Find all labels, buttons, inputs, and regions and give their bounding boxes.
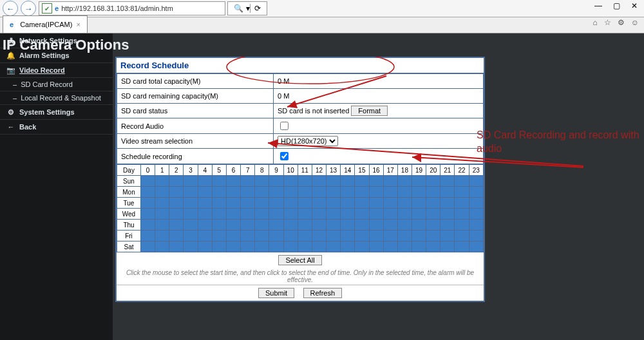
schedule-cell[interactable] [241, 198, 255, 209]
schedule-cell[interactable] [469, 231, 483, 241]
schedule-cell[interactable] [269, 241, 283, 252]
schedule-cell[interactable] [298, 220, 312, 231]
schedule-cell[interactable] [369, 198, 383, 209]
schedule-cell[interactable] [141, 176, 155, 187]
schedule-cell[interactable] [327, 198, 341, 209]
schedule-cell[interactable] [298, 209, 312, 220]
schedule-cell[interactable] [327, 241, 341, 252]
schedule-cell[interactable] [198, 198, 212, 209]
video-stream-select[interactable]: HD(1280x720) [278, 136, 338, 146]
schedule-cell[interactable] [440, 187, 455, 198]
search-box[interactable]: 🔍 ▾ ⟳ [227, 1, 267, 15]
schedule-cell[interactable] [355, 209, 369, 220]
schedule-cell[interactable] [440, 209, 455, 220]
schedule-cell[interactable] [155, 209, 169, 220]
schedule-cell[interactable] [212, 198, 226, 209]
schedule-cell[interactable] [355, 187, 369, 198]
schedule-cell[interactable] [283, 209, 298, 220]
schedule-cell[interactable] [426, 220, 440, 231]
checkbox-schedule-recording[interactable] [280, 152, 289, 160]
sidebar-item-video-record[interactable]: 📷Video Record [0, 63, 113, 78]
schedule-cell[interactable] [241, 231, 255, 241]
schedule-cell[interactable] [169, 231, 184, 241]
schedule-cell[interactable] [155, 220, 169, 231]
schedule-cell[interactable] [397, 209, 412, 220]
schedule-cell[interactable] [341, 187, 355, 198]
schedule-cell[interactable] [369, 187, 383, 198]
schedule-cell[interactable] [226, 231, 240, 241]
schedule-cell[interactable] [312, 231, 326, 241]
schedule-cell[interactable] [269, 220, 283, 231]
schedule-cell[interactable] [141, 231, 155, 241]
schedule-cell[interactable] [412, 176, 426, 187]
schedule-cell[interactable] [184, 198, 198, 209]
schedule-cell[interactable] [327, 209, 341, 220]
schedule-cell[interactable] [269, 176, 283, 187]
schedule-cell[interactable] [241, 209, 255, 220]
schedule-cell[interactable] [212, 231, 226, 241]
sidebar-item-back[interactable]: ←Back [0, 120, 113, 135]
schedule-cell[interactable] [341, 231, 355, 241]
schedule-cell[interactable] [198, 176, 212, 187]
schedule-cell[interactable] [455, 209, 469, 220]
schedule-cell[interactable] [212, 187, 226, 198]
back-button[interactable]: ← [3, 1, 18, 16]
schedule-cell[interactable] [198, 209, 212, 220]
schedule-cell[interactable] [369, 220, 383, 231]
schedule-cell[interactable] [269, 209, 283, 220]
schedule-cell[interactable] [426, 176, 440, 187]
schedule-cell[interactable] [255, 187, 269, 198]
schedule-cell[interactable] [383, 220, 397, 231]
schedule-cell[interactable] [312, 198, 326, 209]
schedule-cell[interactable] [455, 187, 469, 198]
schedule-cell[interactable] [312, 176, 326, 187]
refresh-button[interactable]: Refresh [303, 288, 343, 298]
schedule-cell[interactable] [469, 209, 483, 220]
schedule-cell[interactable] [283, 220, 298, 231]
schedule-cell[interactable] [141, 198, 155, 209]
browser-tab[interactable]: e Camera(IPCAM) × [3, 15, 88, 33]
minimize-icon[interactable]: — [594, 1, 603, 10]
schedule-cell[interactable] [312, 220, 326, 231]
schedule-cell[interactable] [283, 198, 298, 209]
schedule-cell[interactable] [355, 176, 369, 187]
schedule-cell[interactable] [355, 241, 369, 252]
schedule-cell[interactable] [383, 209, 397, 220]
sidebar-item-sd-card-record[interactable]: – SD Card Record [0, 78, 113, 91]
schedule-cell[interactable] [169, 241, 184, 252]
schedule-cell[interactable] [283, 241, 298, 252]
schedule-cell[interactable] [426, 187, 440, 198]
schedule-cell[interactable] [255, 176, 269, 187]
schedule-cell[interactable] [455, 220, 469, 231]
schedule-cell[interactable] [312, 241, 326, 252]
schedule-cell[interactable] [412, 231, 426, 241]
address-bar[interactable]: ✔ e http://192.168.31.103:81/admin.htm [39, 1, 225, 15]
schedule-cell[interactable] [426, 241, 440, 252]
schedule-cell[interactable] [383, 241, 397, 252]
schedule-cell[interactable] [440, 241, 455, 252]
schedule-cell[interactable] [355, 231, 369, 241]
schedule-cell[interactable] [369, 241, 383, 252]
schedule-cell[interactable] [298, 231, 312, 241]
schedule-cell[interactable] [169, 209, 184, 220]
schedule-cell[interactable] [327, 176, 341, 187]
schedule-cell[interactable] [169, 220, 184, 231]
schedule-cell[interactable] [212, 176, 226, 187]
schedule-cell[interactable] [269, 187, 283, 198]
schedule-cell[interactable] [455, 198, 469, 209]
schedule-cell[interactable] [440, 176, 455, 187]
schedule-cell[interactable] [469, 220, 483, 231]
schedule-cell[interactable] [397, 198, 412, 209]
schedule-cell[interactable] [412, 241, 426, 252]
select-all-button[interactable]: Select All [278, 255, 321, 265]
schedule-cell[interactable] [455, 241, 469, 252]
schedule-cell[interactable] [155, 187, 169, 198]
schedule-cell[interactable] [440, 198, 455, 209]
checkbox-record-audio[interactable] [280, 122, 289, 130]
schedule-cell[interactable] [141, 220, 155, 231]
schedule-cell[interactable] [269, 231, 283, 241]
home-icon[interactable]: ⌂ [592, 18, 597, 27]
schedule-cell[interactable] [283, 231, 298, 241]
schedule-cell[interactable] [426, 231, 440, 241]
schedule-cell[interactable] [241, 187, 255, 198]
